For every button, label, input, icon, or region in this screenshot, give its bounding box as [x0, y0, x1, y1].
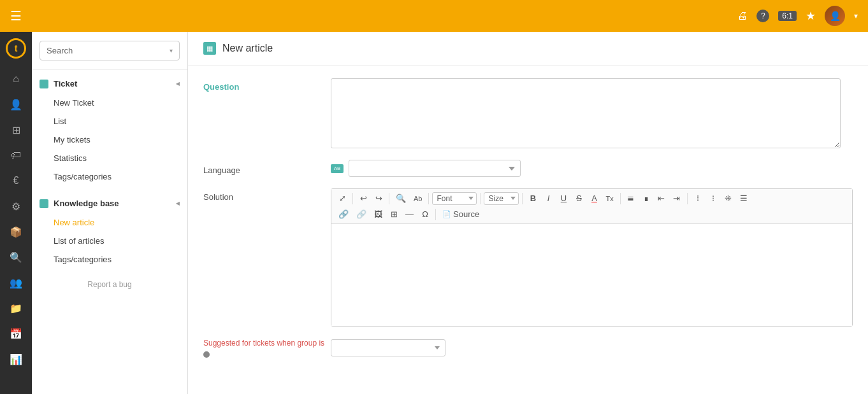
sidebar-item-my-tickets[interactable]: My tickets: [32, 130, 187, 149]
avatar-chevron[interactable]: ▾: [854, 11, 858, 20]
align-right-btn[interactable]: ⁜: [721, 192, 735, 205]
ordered-list-btn[interactable]: ≣: [624, 192, 638, 205]
rich-text-editor: ⤢ ↩ ↪ 🔍 Ab Font Size: [331, 188, 853, 327]
print-icon[interactable]: 🖨: [737, 10, 748, 22]
underline-btn[interactable]: U: [556, 192, 570, 205]
help-icon[interactable]: ?: [756, 10, 769, 22]
zoom-btn[interactable]: 🔍: [393, 192, 409, 205]
increase-indent-btn[interactable]: ⇥: [670, 192, 684, 205]
toolbar-divider-1: [352, 193, 353, 204]
editor-body[interactable]: [331, 224, 852, 326]
nav-search-icon[interactable]: 🔍: [4, 246, 27, 269]
font-color-btn[interactable]: A: [587, 192, 601, 205]
image-btn[interactable]: 🖼: [371, 208, 386, 221]
align-center-btn[interactable]: ⁝: [706, 192, 720, 205]
solution-row: Solution ⤢ ↩ ↪ 🔍 Ab Font: [203, 188, 853, 327]
content-header: ▦ New article: [188, 32, 868, 66]
hamburger-menu[interactable]: ☰: [10, 8, 22, 24]
sidebar-item-list[interactable]: List: [32, 112, 187, 130]
nav-user-icon[interactable]: 👤: [4, 93, 27, 116]
justify-btn[interactable]: ☰: [737, 192, 751, 205]
suggested-select[interactable]: [331, 339, 445, 356]
link-btn[interactable]: 🔗: [335, 208, 352, 221]
language-label: Language: [203, 162, 331, 175]
sidebar-item-new-ticket[interactable]: New Ticket: [32, 94, 187, 112]
top-bar-left: ☰: [10, 8, 22, 24]
suggested-row: Suggested for tickets when group is: [203, 338, 853, 358]
align-left-btn[interactable]: ⁞: [691, 192, 705, 205]
unordered-list-btn[interactable]: ∎: [639, 192, 653, 205]
language-select[interactable]: [349, 160, 521, 177]
knowledge-section-label: Knowledge base: [54, 199, 119, 208]
knowledge-chevron-icon: ◂: [176, 199, 180, 208]
content-area: ▦ New article Question Language AB: [188, 32, 868, 394]
search-container: Search ▾: [32, 32, 187, 70]
nav-money-icon[interactable]: €: [4, 169, 27, 192]
report-bug-link[interactable]: Report a bug: [32, 272, 187, 297]
suggested-label: Suggested for tickets when group is: [203, 338, 331, 358]
ticket-chevron-icon: ◂: [176, 80, 180, 88]
bold-btn[interactable]: B: [526, 192, 540, 205]
top-bar: ☰ 🖨 ? 6:1 ★ 👤 ▾: [0, 0, 868, 32]
sidebar-item-statistics[interactable]: Statistics: [32, 149, 187, 167]
decrease-indent-btn[interactable]: ⇤: [655, 192, 669, 205]
nav-home-icon[interactable]: ⌂: [4, 67, 27, 90]
star-icon[interactable]: ★: [806, 9, 816, 23]
sidebar-item-list-articles[interactable]: List of articles: [32, 232, 187, 250]
search-box[interactable]: Search ▾: [40, 41, 180, 60]
nav-box-icon[interactable]: 📦: [4, 220, 27, 243]
font-select[interactable]: Font: [432, 192, 477, 205]
nav-folder-icon[interactable]: 📁: [4, 297, 27, 320]
avatar[interactable]: 👤: [825, 6, 845, 26]
ticket-section-header[interactable]: Ticket ◂: [32, 74, 187, 94]
nav-report-icon[interactable]: 📊: [4, 348, 27, 370]
ticket-section-label: Ticket: [54, 79, 77, 88]
source-label: Source: [453, 209, 479, 219]
app-logo: t: [4, 37, 27, 60]
suggested-info-icon: [203, 351, 210, 358]
question-textarea[interactable]: [331, 78, 841, 148]
sidebar-item-tags-ticket[interactable]: Tags/categories: [32, 167, 187, 186]
source-icon: 📄: [442, 210, 451, 218]
expand-btn[interactable]: ⤢: [335, 192, 349, 205]
nav-grid-icon[interactable]: ⊞: [4, 118, 27, 141]
ticket-section-icon: [40, 80, 48, 88]
special-char-btn[interactable]: Ω: [418, 208, 432, 221]
nav-settings-icon[interactable]: ⚙: [4, 195, 27, 218]
new-article-icon: ▦: [203, 42, 216, 55]
toolbar-divider-5: [522, 193, 523, 204]
unlink-btn[interactable]: 🔗: [353, 208, 370, 221]
table-btn[interactable]: ⊞: [387, 208, 401, 221]
sidebar-item-new-article[interactable]: New article: [32, 213, 187, 232]
sidebar-item-tags-kb[interactable]: Tags/categories: [32, 250, 187, 269]
redo-btn[interactable]: ↪: [372, 192, 386, 205]
italic-btn[interactable]: I: [541, 192, 555, 205]
top-bar-right: 🖨 ? 6:1 ★ 👤 ▾: [737, 6, 858, 26]
search-placeholder: Search: [47, 46, 73, 55]
knowledge-section-header[interactable]: Knowledge base ◂: [32, 193, 187, 213]
main-layout: t ⌂ 👤 ⊞ 🏷 € ⚙ 📦 🔍 👥 📁 📅 📊 Search ▾ Ticke…: [0, 32, 868, 394]
toolbar-divider-4: [480, 193, 481, 204]
toolbar-row-2: 🔗 🔗 🖼 ⊞ — Ω 📄 Source: [335, 208, 848, 221]
nav-calendar-icon[interactable]: 📅: [4, 322, 27, 345]
toolbar-divider-8: [435, 209, 436, 220]
toolbar-divider-7: [687, 193, 688, 204]
nav-tag-icon[interactable]: 🏷: [4, 144, 27, 167]
toolbar-divider-6: [620, 193, 621, 204]
left-panel: Search ▾ Ticket ◂ New Ticket List My tic…: [32, 32, 188, 394]
size-select[interactable]: Size: [484, 192, 519, 205]
logo-circle: t: [6, 38, 26, 59]
question-row: Question: [203, 78, 853, 148]
source-btn[interactable]: 📄 Source: [439, 208, 482, 221]
undo-btn[interactable]: ↩: [356, 192, 370, 205]
editor-toolbar: ⤢ ↩ ↪ 🔍 Ab Font Size: [331, 189, 852, 224]
hr-btn[interactable]: —: [402, 208, 417, 221]
clear-format-btn[interactable]: Tx: [602, 193, 616, 204]
form-area: Question Language AB Solution ⤢: [188, 66, 868, 377]
badge: 6:1: [778, 11, 797, 21]
knowledge-section-icon: [40, 199, 48, 208]
knowledge-section: Knowledge base ◂ New article List of art…: [32, 190, 187, 272]
strikethrough-btn[interactable]: S: [572, 192, 586, 205]
nav-persons-icon[interactable]: 👥: [4, 271, 27, 294]
copy-format-btn[interactable]: Ab: [410, 193, 425, 204]
